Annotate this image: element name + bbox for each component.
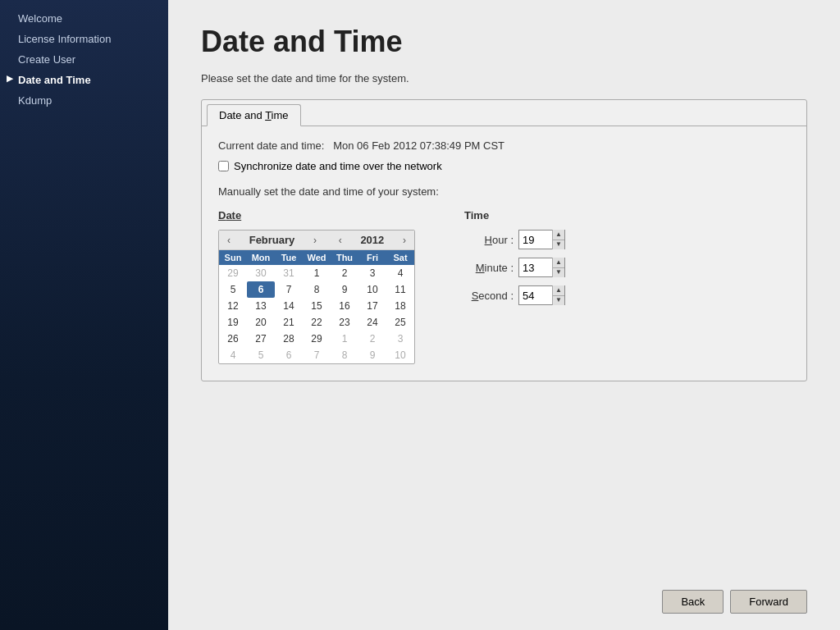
calendar-week-4: 26272829123 [219,331,414,347]
calendar-day[interactable]: 4 [386,265,414,281]
hour-input[interactable] [519,231,552,249]
sidebar-item-license[interactable]: License Information [0,29,168,49]
day-header-wed: Wed [303,250,331,265]
sidebar-item-kdump[interactable]: Kdump [0,90,168,111]
calendar-day[interactable]: 15 [303,298,331,314]
day-header-sun: Sun [219,250,247,265]
calendar-day[interactable]: 9 [358,347,386,363]
second-input-wrap: ▲ ▼ [518,285,565,305]
calendar-day[interactable]: 13 [247,298,275,314]
sidebar: Welcome License Information Create User … [0,0,168,630]
calendar-day[interactable]: 22 [303,314,331,331]
sidebar-item-welcome[interactable]: Welcome [0,8,168,29]
sync-label[interactable]: Synchronize date and time over the netwo… [234,160,442,172]
current-datetime-label: Current date and time: [218,139,324,152]
calendar-day[interactable]: 28 [275,331,303,347]
calendar-year: 2012 [360,234,384,246]
second-up-button[interactable]: ▲ [553,285,564,296]
calendar-day[interactable]: 5 [219,281,247,298]
minute-input[interactable] [519,258,552,276]
sync-row: Synchronize date and time over the netwo… [218,160,790,172]
calendar-day[interactable]: 23 [331,314,358,331]
calendar-day[interactable]: 17 [358,298,386,314]
manual-label: Manually set the date and time of your s… [218,185,790,198]
calendar-day[interactable]: 10 [386,347,414,363]
sync-checkbox[interactable] [218,161,229,171]
calendar-day[interactable]: 19 [219,314,247,331]
calendar-header-row: Sun Mon Tue Wed Thu Fri Sat [219,250,414,265]
tab-underline-t: T [265,109,271,121]
prev-year-button[interactable]: ‹ [336,235,345,246]
minute-up-button[interactable]: ▲ [553,258,564,268]
tab-content: Current date and time: Mon 06 Feb 2012 0… [202,126,806,381]
calendar-day[interactable]: 7 [275,281,303,298]
tab-date-time[interactable]: Date and Time [207,104,301,126]
second-input[interactable] [519,286,552,304]
calendar-day[interactable]: 16 [331,298,358,314]
prev-month-button[interactable]: ‹ [224,235,234,246]
calendar-day[interactable]: 3 [386,331,414,347]
calendar-day[interactable]: 14 [275,298,303,314]
calendar-day[interactable]: 9 [331,281,358,298]
calendar-day[interactable]: 29 [219,265,247,281]
calendar-day[interactable]: 24 [358,314,386,331]
calendar-day[interactable]: 21 [275,314,303,331]
day-header-mon: Mon [247,250,275,265]
hour-row: Hour : ▲ ▼ [464,230,579,249]
hour-label: Hour : [464,234,514,246]
next-year-button[interactable]: › [399,235,409,246]
time-picker: Time Hour : ▲ ▼ [464,209,579,313]
calendar-day[interactable]: 20 [247,314,275,331]
calendar-day[interactable]: 30 [247,265,275,281]
second-spinner: ▲ ▼ [552,285,564,305]
calendar-day[interactable]: 7 [303,347,331,363]
current-datetime-row: Current date and time: Mon 06 Feb 2012 0… [218,139,790,152]
back-button[interactable]: Back [662,590,724,614]
calendar-week-1: 567891011 [219,281,414,298]
calendar-day[interactable]: 18 [386,298,414,314]
calendar-day[interactable]: 27 [247,331,275,347]
calendar-day[interactable]: 8 [303,281,331,298]
calendar-day[interactable]: 26 [219,331,247,347]
hour-input-wrap: ▲ ▼ [518,230,565,249]
calendar-day[interactable]: 6 [275,347,303,363]
day-header-fri: Fri [358,250,386,265]
calendar-month: February [249,234,295,246]
forward-button[interactable]: Forward [730,590,807,614]
calendar-day[interactable]: 3 [358,265,386,281]
second-down-button[interactable]: ▼ [553,296,564,306]
calendar-week-0: 2930311234 [219,265,414,281]
calendar-day[interactable]: 29 [303,331,331,347]
calendar-day[interactable]: 4 [219,347,247,363]
day-header-thu: Thu [331,250,358,265]
calendar-day[interactable]: 1 [331,331,358,347]
calendar-day[interactable]: 2 [358,331,386,347]
calendar-day[interactable]: 11 [386,281,414,298]
calendar-week-5: 45678910 [219,347,414,363]
next-month-button[interactable]: › [310,235,320,246]
day-header-sat: Sat [386,250,414,265]
sidebar-item-create-user[interactable]: Create User [0,49,168,70]
tab-container: Date and Time Current date and time: Mon… [201,99,807,381]
tab-header: Date and Time [202,100,806,126]
current-datetime-value: Mon 06 Feb 2012 07:38:49 PM CST [333,139,504,152]
sidebar-item-date-time[interactable]: Date and Time [0,70,168,90]
calendar-day[interactable]: 6 [247,281,275,298]
calendar-day[interactable]: 1 [303,265,331,281]
hour-down-button[interactable]: ▼ [553,240,564,250]
calendar-day[interactable]: 8 [331,347,358,363]
calendar-day[interactable]: 5 [247,347,275,363]
calendar-day[interactable]: 31 [275,265,303,281]
calendar-day[interactable]: 25 [386,314,414,331]
day-header-tue: Tue [275,250,303,265]
minute-spinner: ▲ ▼ [552,258,564,277]
hour-up-button[interactable]: ▲ [553,230,564,240]
minute-down-button[interactable]: ▼ [553,268,564,278]
main-content: Date and Time Please set the date and ti… [168,0,840,630]
calendar-day[interactable]: 2 [331,265,358,281]
calendar-day[interactable]: 12 [219,298,247,314]
date-picker: Date ‹ February › ‹ 2012 [218,209,415,364]
minute-input-wrap: ▲ ▼ [518,258,565,277]
calendar-day[interactable]: 10 [358,281,386,298]
time-heading: Time [464,209,579,221]
